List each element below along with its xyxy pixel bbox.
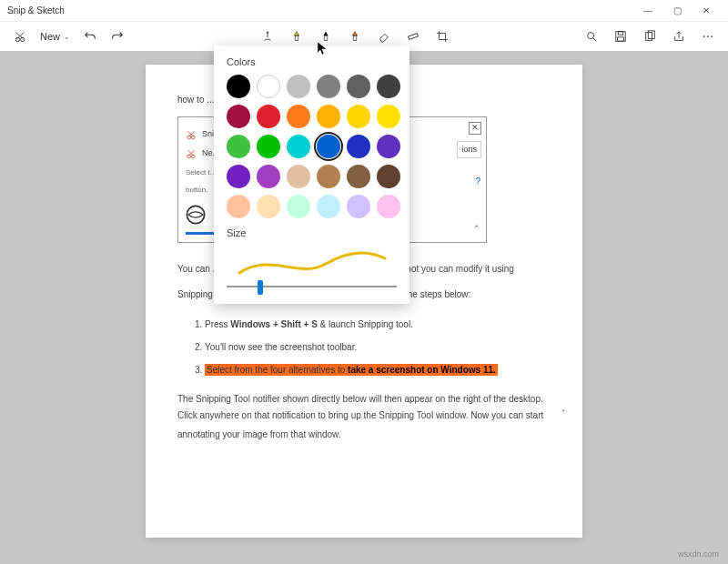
step-2: You'll now see the screenshot toolbar. bbox=[205, 339, 551, 355]
globe-icon bbox=[186, 205, 206, 225]
colors-title: Colors bbox=[227, 56, 397, 67]
svg-rect-10 bbox=[618, 37, 624, 41]
redo-button[interactable] bbox=[105, 25, 130, 48]
zoom-button[interactable] bbox=[579, 25, 604, 48]
help-icon[interactable]: ? bbox=[475, 174, 480, 189]
color-swatch[interactable] bbox=[347, 135, 370, 158]
minimize-button[interactable]: — bbox=[633, 0, 662, 22]
color-swatch[interactable] bbox=[287, 195, 310, 218]
snip-icon[interactable] bbox=[7, 25, 33, 48]
svg-rect-6 bbox=[408, 34, 418, 40]
color-swatch[interactable] bbox=[377, 105, 400, 128]
svg-point-20 bbox=[187, 206, 204, 223]
copy-button[interactable] bbox=[637, 25, 662, 48]
para-3: The Snipping Tool notifier shown directl… bbox=[177, 391, 551, 447]
color-swatch[interactable] bbox=[347, 195, 370, 218]
svg-point-15 bbox=[712, 35, 713, 37]
size-title: Size bbox=[227, 227, 397, 238]
color-swatch[interactable] bbox=[347, 165, 370, 188]
watermark: wsxdn.com bbox=[678, 549, 719, 559]
collapse-icon[interactable]: ⌃ bbox=[473, 222, 480, 236]
color-swatch[interactable] bbox=[227, 75, 250, 98]
color-swatch[interactable] bbox=[347, 75, 370, 98]
color-swatch[interactable] bbox=[317, 135, 340, 158]
step-1: Press Windows + Shift + S & launch Snipp… bbox=[205, 317, 551, 332]
close-button[interactable]: ✕ bbox=[692, 0, 721, 22]
svg-rect-9 bbox=[618, 32, 622, 35]
new-button[interactable]: New ⌄ bbox=[35, 25, 76, 48]
step-3: Select from the four alternatives to tak… bbox=[205, 362, 551, 378]
color-swatch[interactable] bbox=[227, 135, 250, 158]
svg-rect-4 bbox=[324, 35, 328, 40]
color-swatch[interactable] bbox=[257, 165, 280, 188]
sb-button-text: button. bbox=[186, 184, 207, 196]
titlebar: Snip & Sketch — ▢ ✕ bbox=[0, 0, 728, 22]
color-swatch[interactable] bbox=[227, 165, 250, 188]
chevron-down-icon: ⌄ bbox=[64, 33, 70, 41]
color-swatch[interactable] bbox=[347, 105, 370, 128]
svg-point-7 bbox=[588, 33, 594, 39]
slider-thumb[interactable] bbox=[258, 280, 263, 295]
color-swatch[interactable] bbox=[317, 195, 340, 218]
color-swatch[interactable] bbox=[317, 165, 340, 188]
svg-rect-5 bbox=[353, 35, 357, 40]
color-swatch[interactable] bbox=[257, 105, 280, 128]
new-label: New bbox=[40, 31, 60, 42]
sb-options[interactable]: ions bbox=[457, 141, 481, 158]
color-swatch[interactable] bbox=[287, 135, 310, 158]
color-swatch[interactable] bbox=[377, 195, 400, 218]
steps-list: Press Windows + Shift + S & launch Snipp… bbox=[205, 317, 551, 378]
color-swatch[interactable] bbox=[317, 105, 340, 128]
maximize-button[interactable]: ▢ bbox=[662, 0, 692, 22]
undo-button[interactable] bbox=[77, 25, 103, 48]
svg-point-14 bbox=[707, 35, 709, 37]
color-swatch[interactable] bbox=[257, 75, 280, 98]
share-button[interactable] bbox=[666, 25, 692, 48]
more-button[interactable] bbox=[695, 25, 721, 48]
color-swatch[interactable] bbox=[377, 75, 400, 98]
red-dot-annotation: · bbox=[561, 402, 565, 417]
svg-point-13 bbox=[703, 35, 705, 37]
color-swatch[interactable] bbox=[227, 195, 250, 218]
color-swatch[interactable] bbox=[317, 75, 340, 98]
size-preview bbox=[227, 246, 397, 282]
size-slider[interactable] bbox=[227, 286, 397, 287]
color-picker-popup: Colors Size bbox=[214, 45, 410, 304]
sb-close-icon[interactable]: ✕ bbox=[469, 122, 481, 135]
color-swatch[interactable] bbox=[377, 165, 400, 188]
crop-button[interactable] bbox=[430, 25, 455, 48]
save-button[interactable] bbox=[608, 25, 633, 48]
svg-rect-3 bbox=[295, 35, 298, 40]
sb-select-text: Select t... bbox=[186, 166, 216, 179]
color-swatch[interactable] bbox=[257, 195, 280, 218]
color-swatch[interactable] bbox=[227, 105, 250, 128]
color-swatch[interactable] bbox=[377, 135, 400, 158]
color-swatch[interactable] bbox=[287, 165, 310, 188]
swatch-grid bbox=[227, 75, 397, 218]
color-swatch[interactable] bbox=[287, 105, 310, 128]
color-swatch[interactable] bbox=[287, 75, 310, 98]
color-swatch[interactable] bbox=[257, 135, 280, 158]
app-title: Snip & Sketch bbox=[7, 5, 65, 15]
